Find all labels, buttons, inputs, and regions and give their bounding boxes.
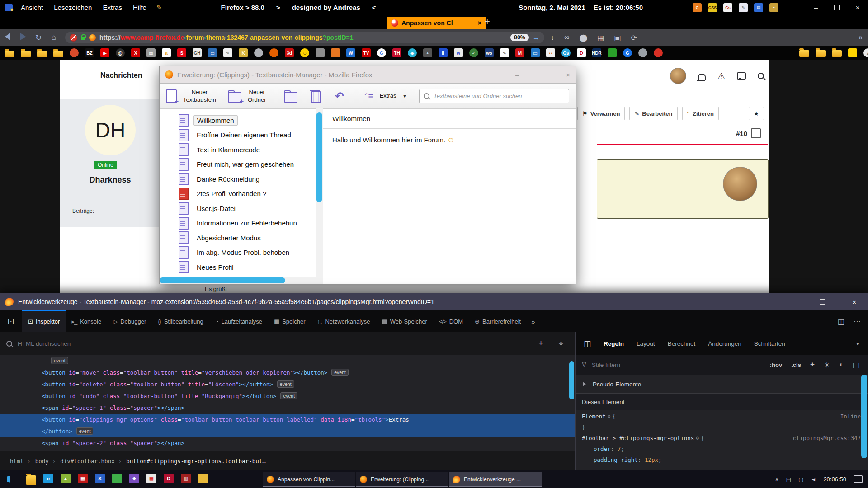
devtools-tab[interactable]: {} Stilbearbeitung — [152, 310, 209, 332]
code-line[interactable]: event — [0, 355, 575, 367]
bookmark-icon[interactable]: ✎ — [223, 48, 232, 57]
bookmark-icon[interactable] — [832, 50, 842, 57]
maximize-button[interactable] — [820, 299, 825, 305]
breadcrumb-item[interactable]: button#clippings-mgr-options.toolbar-but… — [117, 458, 268, 465]
breadcrumb-item[interactable]: div#toolbar.hbox — [51, 458, 117, 465]
bookmark-icon[interactable] — [816, 50, 826, 57]
markup-view[interactable]: event <button id="move" class="toolbar-b… — [0, 355, 575, 451]
taskbar-app-icon[interactable]: ▦ — [78, 474, 88, 483]
bookmark-icon[interactable]: ✓ — [469, 48, 478, 57]
meatball-menu-icon[interactable]: ⋯ — [854, 317, 861, 326]
bookmark-icon[interactable] — [269, 48, 278, 57]
devtools-tab[interactable]: </> DOM — [433, 310, 469, 332]
clipping-content-field[interactable]: Hallo und Willkommen hier im Forum. ☺ — [332, 136, 566, 144]
devtools-tab[interactable]: ↑↓ Netzwerkanalyse — [311, 310, 376, 332]
devtools-tab[interactable]: ▷ Debugger — [107, 310, 152, 332]
bell-icon[interactable] — [698, 74, 706, 80]
username[interactable]: Dharkness — [60, 175, 160, 185]
bookmark-icon[interactable] — [5, 51, 14, 57]
toolbar-icon[interactable]: ▣ — [614, 33, 621, 42]
clipping-label[interactable]: Neues Profil — [193, 263, 237, 272]
bookmark-icon[interactable]: ▦ — [146, 48, 156, 57]
devtools-tab[interactable]: ⊡ Inspektor — [22, 310, 66, 332]
taskbar-app-icon[interactable]: ◆ — [129, 474, 139, 483]
post-action-button[interactable]: ✎ Bearbeiten — [629, 107, 677, 120]
list-horizontal-scrollbar[interactable] — [160, 277, 323, 284]
taskbar-app-icon[interactable]: D — [164, 474, 174, 483]
bookmark-icon[interactable]: X — [131, 48, 140, 57]
class-toggle[interactable]: .cls — [789, 361, 803, 368]
avatar[interactable]: DH — [85, 105, 136, 155]
new-tab-button[interactable]: + — [485, 17, 490, 27]
lock-icon[interactable] — [81, 37, 85, 40]
menu-hilfe[interactable]: Hilfe — [127, 4, 152, 11]
go-arrow-icon[interactable]: → — [533, 33, 540, 42]
scrollbar-thumb[interactable] — [160, 277, 285, 283]
hover-toggle[interactable]: :hov — [768, 361, 784, 368]
gear-icon[interactable]: ⚙ — [694, 433, 701, 444]
bookmark-icon[interactable]: G — [623, 48, 632, 57]
new-folder-button[interactable]: Neuer Ordner — [248, 89, 266, 103]
search-icon[interactable] — [758, 73, 764, 79]
menu-ansicht[interactable]: Ansicht — [15, 4, 48, 11]
blocked-content-icon[interactable] — [70, 34, 77, 42]
toolbar-icon[interactable]: ∞ — [564, 33, 569, 42]
clipping-label[interactable]: Danke Rückmeldung — [193, 174, 263, 184]
star-button[interactable]: ★ — [749, 107, 764, 120]
bookmark-icon[interactable]: ws — [485, 48, 494, 57]
clipping-title-field[interactable]: Willkommen — [332, 115, 566, 123]
toolbar-icon[interactable]: ▦ — [597, 33, 604, 42]
tray-expand-icon[interactable]: ∧ — [775, 476, 779, 483]
bookmark-icon[interactable] — [37, 51, 47, 57]
bookmark-icon[interactable]: ▤ — [208, 48, 217, 57]
clippings-search[interactable] — [419, 89, 569, 103]
taskbar-window-button[interactable]: Erweiterung: (Clipping... — [356, 472, 448, 487]
rule-element[interactable]: Element ⚙ { Inline — [582, 411, 868, 422]
code-line[interactable]: </button>event — [0, 426, 575, 437]
post-action-button[interactable]: “ Zitieren — [682, 107, 719, 120]
chat-icon[interactable] — [737, 72, 746, 80]
notifications-icon[interactable] — [854, 475, 863, 483]
post-number[interactable]: #10 — [736, 130, 747, 137]
taskbar-app-icon[interactable] — [26, 475, 36, 485]
bookmark-icon[interactable] — [331, 48, 340, 57]
bookmark-icon[interactable] — [638, 48, 647, 57]
bookmark-icon[interactable]: ◆ — [408, 48, 417, 57]
clipping-label[interactable]: Freut mich, war gern geschehen — [193, 160, 297, 169]
bookmark-icon[interactable]: K — [239, 48, 248, 57]
browser-tab[interactable]: Anpassen von Cl × — [387, 17, 486, 29]
rules-view[interactable]: Element ⚙ { Inline } #toolbar > #clippin… — [576, 410, 868, 470]
add-node-icon[interactable]: + — [533, 339, 549, 348]
volume-icon[interactable]: ◄ — [811, 476, 816, 483]
extras-icon[interactable]: ≡ — [368, 91, 373, 101]
post-action-button[interactable]: ⚑ Verwarnen — [577, 107, 625, 120]
bookmark-icon[interactable] — [53, 51, 63, 57]
clipping-label[interactable]: 2tes Profil vorhanden ? — [193, 189, 269, 198]
property-name[interactable]: padding-right — [594, 456, 638, 463]
bookmark-icon[interactable]: NDR — [592, 48, 601, 57]
taskbar-window-button[interactable]: Anpassen von Clippin... — [263, 472, 355, 487]
taskbar-app-icon[interactable] — [112, 474, 122, 483]
bookmark-icon[interactable]: W — [346, 48, 355, 57]
bookmark-icon[interactable]: II — [439, 48, 448, 57]
pseudo-elements-section[interactable]: Pseudo-Elemente — [576, 375, 868, 394]
warning-icon[interactable]: ⚠ — [717, 71, 725, 81]
sidebar-tab[interactable]: Regeln — [597, 340, 630, 347]
rule-selector[interactable]: #toolbar > #clippings-mgr-options — [582, 433, 694, 444]
rule-source-link[interactable]: clippingsMgr.css:347 — [793, 433, 861, 444]
markup-scrollbar[interactable] — [568, 355, 575, 451]
taskbar-app-icon[interactable]: ▦ — [146, 474, 156, 483]
taskbar-app-icon[interactable]: e — [43, 474, 53, 483]
bookmark-icon[interactable]: TH — [392, 48, 401, 57]
keyboard-icon[interactable]: ▤ — [786, 476, 791, 483]
bookmark-icon[interactable]: M — [515, 48, 524, 57]
node-picker-icon[interactable]: ⌖ — [553, 339, 569, 348]
html-search-input[interactable] — [17, 340, 528, 347]
split-console-icon[interactable]: ◫ — [838, 317, 844, 326]
minimize-button[interactable]: – — [515, 71, 519, 79]
bookmark-icon[interactable] — [799, 50, 809, 57]
bookmark-icon[interactable]: ☺ — [300, 48, 309, 57]
devtools-tab[interactable]: ▦ Speicher — [268, 310, 311, 332]
minimize-button[interactable]: – — [806, 0, 826, 15]
code-line[interactable]: <button id="clippings-mgr-options" class… — [0, 414, 575, 426]
